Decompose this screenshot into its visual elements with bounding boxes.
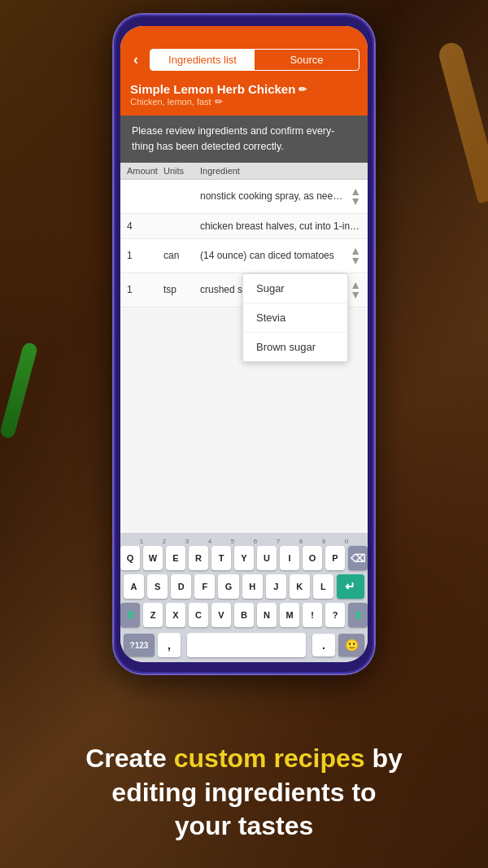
bottom-tagline: Create custom recipes by editing ingredi… xyxy=(0,742,488,844)
row-arrows-4[interactable]: ▲▼ xyxy=(350,280,361,300)
table-row: 1 can (14 ounce) can diced tomatoes ▲▼ xyxy=(120,239,368,273)
key-question[interactable]: ? xyxy=(325,603,345,627)
ingredient-table: nonstick cooking spray, as needed ▲▼ 4 c… xyxy=(120,180,368,308)
recipe-tags: Chicken, lemon, fast ✏ xyxy=(130,96,358,107)
key-delete[interactable]: ⌫ xyxy=(348,546,368,570)
cell-amount-3: 1 xyxy=(127,250,163,261)
key-f[interactable]: F xyxy=(194,574,215,599)
key-j[interactable]: J xyxy=(266,574,286,599)
key-o[interactable]: O xyxy=(303,546,322,570)
kb-row-1: Q W E R T Y U I O P ⌫ xyxy=(124,546,364,570)
row-arrows-3[interactable]: ▲▼ xyxy=(350,246,361,266)
key-g[interactable]: G xyxy=(218,574,238,599)
key-p[interactable]: P xyxy=(325,546,345,570)
autocomplete-dropdown: Sugar Stevia Brown sugar xyxy=(242,273,348,362)
kb-row-3: ⬆ Z X C V B N M ! ? ⬆ xyxy=(124,603,364,627)
key-w[interactable]: W xyxy=(143,546,163,570)
table-row: 4 chicken breast halves, cut into 1-inch… xyxy=(120,214,368,239)
key-i[interactable]: I xyxy=(280,546,299,570)
col-header-units: Units xyxy=(163,166,200,176)
table-row-with-dropdown: 1 tsp crushed sugar ▲▼ Sugar Stevia Brow… xyxy=(120,273,368,308)
key-s[interactable]: S xyxy=(147,574,168,599)
key-l[interactable]: L xyxy=(313,574,333,599)
back-button[interactable]: ‹ xyxy=(129,50,143,70)
table-row: nonstick cooking spray, as needed ▲▼ xyxy=(120,180,368,214)
cell-ingredient-2[interactable]: chicken breast halves, cut into 1-inch s… xyxy=(200,220,361,232)
cell-units-4: tsp xyxy=(163,284,200,295)
phone-screen: ‹ Ingredients list Source Simple Lemon H… xyxy=(120,26,368,662)
info-banner: Please review ingredients and confirm ev… xyxy=(120,116,368,163)
tagline-line1: Create custom recipes by xyxy=(20,742,468,776)
tagline-line2: editing ingredients to xyxy=(20,776,468,810)
key-shift-right[interactable]: ⬆ xyxy=(348,603,368,627)
key-t[interactable]: T xyxy=(211,546,231,570)
key-c[interactable]: C xyxy=(189,603,208,627)
key-symbols[interactable]: ?123 xyxy=(124,634,155,656)
kb-number-hints: 1 2 3 4 5 6 7 8 9 0 xyxy=(124,538,364,545)
info-text: Please review ingredients and confirm ev… xyxy=(132,124,356,155)
recipe-title: Simple Lemon Herb Chicken ✏ xyxy=(130,82,358,96)
key-x[interactable]: X xyxy=(166,603,185,627)
title-edit-icon[interactable]: ✏ xyxy=(298,84,307,95)
cell-amount-2: 4 xyxy=(127,220,163,232)
key-space[interactable] xyxy=(187,633,306,657)
key-n[interactable]: N xyxy=(257,603,277,627)
key-y[interactable]: Y xyxy=(234,546,254,570)
key-period[interactable]: . xyxy=(312,634,335,656)
phone-frame: ‹ Ingredients list Source Simple Lemon H… xyxy=(114,15,374,674)
dropdown-item-sugar[interactable]: Sugar xyxy=(243,274,347,303)
keyboard: 1 2 3 4 5 6 7 8 9 0 Q W E R T Y xyxy=(120,533,368,662)
key-r[interactable]: R xyxy=(189,546,208,570)
tags-edit-icon[interactable]: ✏ xyxy=(215,96,223,107)
cell-ingredient-3[interactable]: (14 ounce) can diced tomatoes xyxy=(200,250,346,261)
status-bar xyxy=(120,26,368,44)
cell-amount-4: 1 xyxy=(127,284,163,295)
top-nav: ‹ Ingredients list Source xyxy=(120,44,368,79)
key-m[interactable]: M xyxy=(280,603,299,627)
key-z[interactable]: Z xyxy=(143,603,163,627)
table-header: Amount Units Ingredient xyxy=(120,163,368,180)
key-e[interactable]: E xyxy=(166,546,185,570)
key-q[interactable]: Q xyxy=(120,546,140,570)
tab-source[interactable]: Source xyxy=(255,50,359,70)
kb-row-2: A S D F G H J K L ↵ xyxy=(124,574,364,599)
tagline-line3: your tastes xyxy=(20,809,468,844)
cell-ingredient-1[interactable]: nonstick cooking spray, as needed xyxy=(200,190,346,202)
key-k[interactable]: K xyxy=(290,574,310,599)
dropdown-item-stevia[interactable]: Stevia xyxy=(243,303,347,333)
key-v[interactable]: V xyxy=(211,603,231,627)
key-shift-left[interactable]: ⬆ xyxy=(120,603,140,627)
tab-ingredients[interactable]: Ingredients list xyxy=(150,50,255,70)
dropdown-item-brown-sugar[interactable]: Brown sugar xyxy=(243,333,347,361)
col-header-amount: Amount xyxy=(127,166,163,176)
key-emoji[interactable]: 🙂 xyxy=(338,634,364,656)
kb-bottom-row: ?123 , . 🙂 xyxy=(124,631,364,659)
key-exclaim[interactable]: ! xyxy=(303,603,322,627)
key-comma[interactable]: , xyxy=(158,633,181,657)
key-u[interactable]: U xyxy=(257,546,277,570)
key-b[interactable]: B xyxy=(234,603,254,627)
key-a[interactable]: A xyxy=(124,574,144,599)
tab-container: Ingredients list Source xyxy=(150,49,359,71)
key-d[interactable]: D xyxy=(171,574,191,599)
key-h[interactable]: H xyxy=(242,574,263,599)
row-arrows-1[interactable]: ▲▼ xyxy=(350,186,361,207)
cell-units-3: can xyxy=(163,250,200,261)
col-header-ingredient: Ingredient xyxy=(200,166,361,176)
key-enter[interactable]: ↵ xyxy=(337,574,364,599)
recipe-header: Simple Lemon Herb Chicken ✏ Chicken, lem… xyxy=(120,79,368,116)
